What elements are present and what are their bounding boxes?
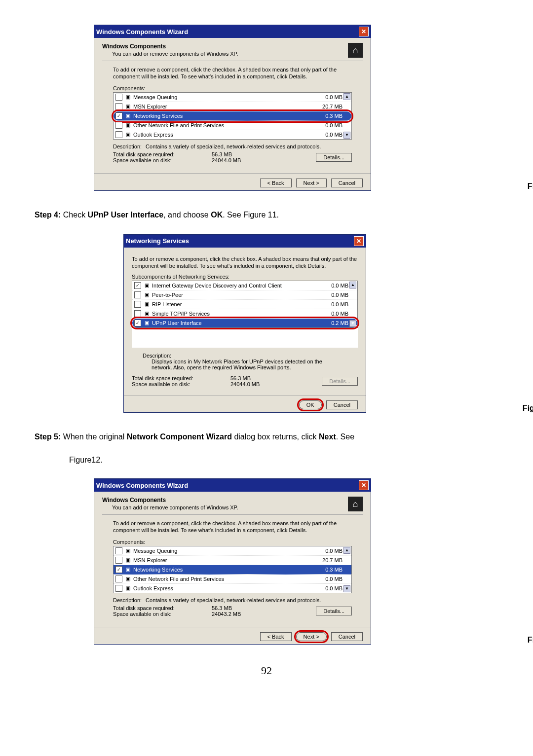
checkbox-icon[interactable]	[115, 576, 122, 582]
component-icon: ▣	[124, 547, 131, 554]
checkbox-icon[interactable]	[115, 131, 122, 138]
title-text: Windows Components Wizard	[96, 28, 188, 36]
component-icon: ▣	[124, 112, 131, 119]
checkbox-icon[interactable]	[115, 103, 122, 110]
close-icon[interactable]: ✕	[359, 27, 369, 36]
scroll-up-icon[interactable]: ▲	[343, 547, 350, 554]
list-item[interactable]: ▣Networking Services0.3 MB	[114, 111, 351, 121]
item-name: Outlook Express	[133, 585, 173, 591]
disk-required-value: 56.3 MB	[212, 151, 232, 157]
scroll-down-icon[interactable]: ▼	[343, 585, 350, 592]
header-title: Windows Components	[102, 497, 238, 504]
figure-10-label: Figure 10	[528, 182, 533, 191]
disk-available-label: Space available on disk:	[113, 611, 212, 617]
checkbox-icon[interactable]	[115, 566, 122, 573]
details-button[interactable]: Details...	[316, 607, 352, 615]
item-name: Other Network File and Print Services	[133, 122, 224, 128]
checkbox-icon[interactable]	[134, 320, 141, 326]
back-button[interactable]: < Back	[260, 632, 292, 641]
checkbox-icon[interactable]	[115, 557, 122, 564]
cancel-button[interactable]: Cancel	[331, 179, 363, 187]
checkbox-icon[interactable]	[115, 94, 122, 101]
scroll-down-icon[interactable]: ▼	[343, 132, 350, 139]
step4-prefix: Step 4:	[35, 211, 61, 219]
item-size: 0.2 MB	[331, 320, 348, 326]
list-item[interactable]: ▣Simple TCP/IP Services0.0 MB	[132, 309, 357, 319]
checkbox-icon[interactable]	[134, 301, 141, 308]
disk-required-value: 56.3 MB	[212, 605, 232, 611]
components-listbox[interactable]: ▣Message Queuing0.0 MB▲▣MSN Explorer20.7…	[113, 546, 352, 593]
subcomponents-label: Subcomponents of Networking Services:	[132, 274, 358, 280]
disk-required-label: Total disk space required:	[113, 605, 212, 611]
subcomponents-listbox[interactable]: ▣Internet Gateway Device Discovery and C…	[132, 281, 358, 328]
details-button[interactable]: Details...	[316, 153, 352, 162]
checkbox-icon[interactable]	[134, 310, 141, 317]
cancel-button[interactable]: Cancel	[331, 632, 363, 641]
component-icon: ▣	[124, 576, 131, 582]
item-name: RIP Listener	[152, 301, 182, 307]
titlebar: Networking Services ✕	[124, 235, 366, 248]
list-item[interactable]: ▣Networking Services0.3 MB	[114, 565, 351, 575]
list-item[interactable]: ▣Outlook Express0.0 MB▼	[114, 584, 351, 593]
item-size: 20.7 MB	[322, 557, 343, 563]
step5-prefix: Step 5:	[35, 432, 61, 441]
component-icon: ▣	[143, 291, 150, 298]
checkbox-icon[interactable]	[115, 585, 122, 592]
disk-required-label: Total disk space required:	[132, 375, 230, 381]
list-item[interactable]: ▣UPnP User Interface0.2 MB▼	[132, 319, 357, 327]
step-5-text: Step 5: When the original Network Compon…	[35, 428, 498, 446]
item-size: 0.0 MB	[331, 311, 348, 317]
title-text: Windows Components Wizard	[96, 482, 188, 489]
close-icon[interactable]: ✕	[359, 480, 369, 490]
item-name: MSN Explorer	[133, 557, 167, 563]
list-item[interactable]: ▣Message Queuing0.0 MB▲	[114, 93, 351, 102]
item-size: 0.0 MB	[325, 576, 343, 582]
components-listbox[interactable]: ▣Message Queuing0.0 MB▲▣MSN Explorer20.7…	[113, 92, 352, 140]
description-label: Description:	[113, 144, 142, 149]
close-icon[interactable]: ✕	[354, 236, 364, 246]
disk-required-value: 56.3 MB	[230, 375, 251, 381]
item-size: 0.0 MB	[331, 283, 348, 288]
list-item[interactable]: ▣Other Network File and Print Services0.…	[114, 575, 351, 584]
header-icon: ⌂	[348, 43, 363, 58]
disk-available-value: 24044.0 MB	[212, 157, 241, 163]
cancel-button[interactable]: Cancel	[326, 400, 358, 409]
list-item[interactable]: ▣MSN Explorer20.7 MB	[114, 556, 351, 565]
list-item[interactable]: ▣Other Network File and Print Services0.…	[114, 121, 351, 130]
item-size: 0.0 MB	[331, 301, 348, 307]
ok-button[interactable]: OK	[299, 400, 322, 409]
component-icon: ▣	[124, 557, 131, 564]
list-item[interactable]: ▣Outlook Express0.0 MB▼	[114, 130, 351, 139]
scroll-up-icon[interactable]: ▲	[343, 93, 350, 100]
scroll-down-icon[interactable]: ▼	[349, 320, 356, 327]
list-item[interactable]: ▣RIP Listener0.0 MB	[132, 300, 357, 309]
next-button[interactable]: Next >	[296, 632, 327, 641]
component-icon: ▣	[124, 103, 131, 110]
list-item[interactable]: ▣Internet Gateway Device Discovery and C…	[132, 281, 357, 290]
scroll-up-icon[interactable]: ▲	[349, 282, 356, 288]
description-text: Contains a variety of specialized, netwo…	[146, 597, 321, 603]
list-item[interactable]: ▣Message Queuing0.0 MB▲	[114, 546, 351, 556]
checkbox-icon[interactable]	[115, 122, 122, 129]
next-button[interactable]: Next >	[296, 179, 327, 187]
checkbox-icon[interactable]	[115, 112, 122, 119]
item-name: Message Queuing	[133, 94, 177, 100]
item-name: Simple TCP/IP Services	[152, 311, 210, 317]
header-subtitle: You can add or remove components of Wind…	[112, 51, 238, 57]
instructions-text: To add or remove a component, click the …	[113, 66, 352, 80]
component-icon: ▣	[124, 122, 131, 129]
item-size: 0.0 MB	[331, 292, 348, 298]
header-icon: ⌂	[348, 497, 363, 511]
component-icon: ▣	[143, 320, 150, 326]
checkbox-icon[interactable]	[134, 291, 141, 298]
item-name: Message Queuing	[133, 548, 177, 554]
list-item[interactable]: ▣MSN Explorer20.7 MB	[114, 102, 351, 111]
checkbox-icon[interactable]	[134, 282, 141, 289]
back-button[interactable]: < Back	[260, 179, 292, 187]
checkbox-icon[interactable]	[115, 547, 122, 554]
figure-12-label: Figure 12	[528, 636, 533, 645]
component-icon: ▣	[143, 282, 150, 289]
list-item[interactable]: ▣Peer-to-Peer0.0 MB	[132, 290, 357, 300]
description-label: Description:	[143, 353, 171, 359]
details-button: Details...	[322, 377, 358, 386]
